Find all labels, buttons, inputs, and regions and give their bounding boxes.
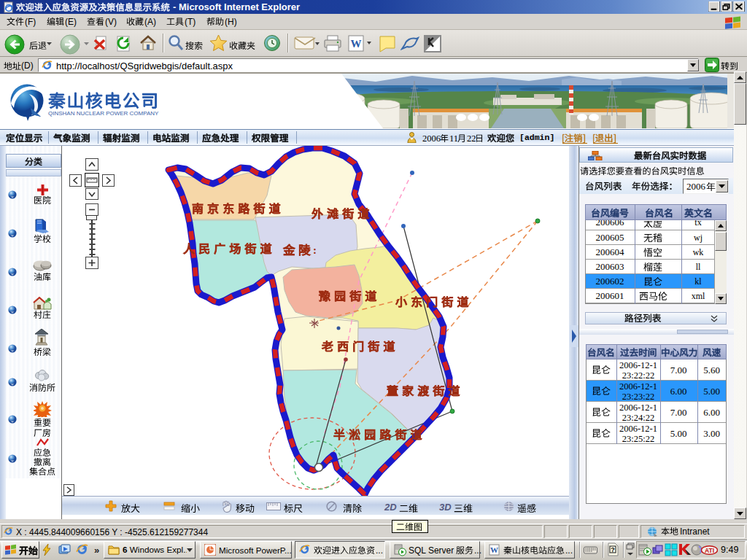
svg-text:W: W (490, 545, 498, 554)
svg-text:?: ? (611, 546, 615, 553)
svg-text:W: W (351, 38, 362, 50)
svg-text:ATI: ATI (705, 547, 714, 554)
